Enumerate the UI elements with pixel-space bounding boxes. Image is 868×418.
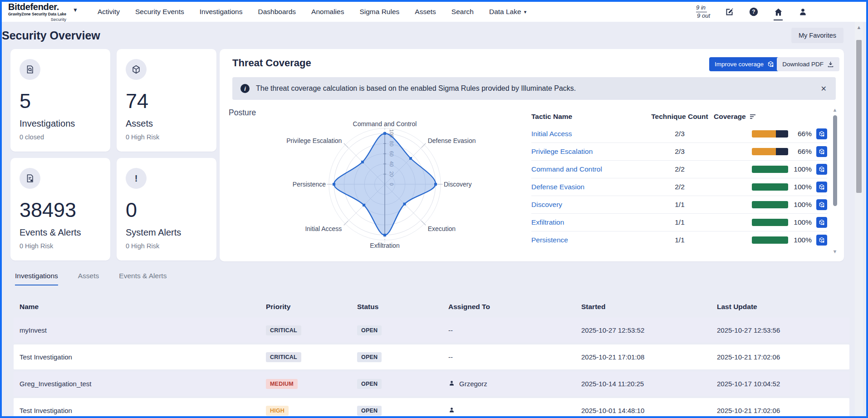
download-pdf-button[interactable]: Download PDF xyxy=(777,57,839,71)
nav-item-investigations[interactable]: Investigations xyxy=(192,8,250,16)
tactic-link[interactable]: Command and Control xyxy=(531,165,602,173)
brand-logo[interactable]: Bitdefender. GravityZone Security Data L… xyxy=(8,2,78,21)
nav-item-activity[interactable]: Activity xyxy=(90,8,128,16)
radar-axis-label: Privilege Escalation xyxy=(286,137,342,144)
brand-tagline: GravityZone Security Data Lake xyxy=(8,12,66,16)
coverage-bar xyxy=(752,236,788,244)
coverage-percent: 100% xyxy=(793,165,812,173)
tactic-row: Persistence1/1100% xyxy=(531,231,827,249)
coverage-percent: 100% xyxy=(793,183,812,191)
nav-item-security-events[interactable]: Security Events xyxy=(128,8,192,16)
tactic-link[interactable]: Privilege Escalation xyxy=(531,148,593,155)
session-in: 9 in xyxy=(696,4,707,12)
tactic-row: Command and Control2/2100% xyxy=(531,160,827,178)
technique-count: 2/3 xyxy=(646,130,714,138)
investigation-row[interactable]: Test InvestigationCRITICALOPEN--2025-10-… xyxy=(14,344,849,369)
coverage-bar xyxy=(752,201,788,208)
info-banner-text: The threat coverage calculation is based… xyxy=(256,84,576,93)
technique-count: 2/2 xyxy=(646,183,714,191)
edit-icon[interactable] xyxy=(724,6,735,17)
session-in-out[interactable]: 9 in 9 out xyxy=(696,4,710,20)
stat-sublabel: 0 High Risk xyxy=(126,242,207,250)
tactic-link[interactable]: Initial Access xyxy=(531,130,572,138)
improve-tactic-coverage-button[interactable] xyxy=(816,182,827,192)
tab-assets[interactable]: Assets xyxy=(78,272,99,285)
chevron-down-icon: ▾ xyxy=(524,9,527,15)
improve-tactic-coverage-button[interactable] xyxy=(816,164,827,175)
tactic-table-scrollbar[interactable]: ▲ ▼ xyxy=(832,107,838,254)
events-icon xyxy=(20,168,40,189)
nav-item-anomalies[interactable]: Anomalies xyxy=(304,8,352,16)
investigations-table-header: NamePriorityStatusAssigned ToStartedLast… xyxy=(14,298,849,316)
stat-sublabel: 0 High Risk xyxy=(20,242,101,250)
scrollbar-thumb[interactable] xyxy=(833,115,837,206)
coverage-percent: 100% xyxy=(793,201,812,209)
session-out: 9 out xyxy=(696,12,710,20)
tactic-row: Privilege Escalation2/366% xyxy=(531,143,827,160)
sort-icon xyxy=(750,114,756,119)
stat-sublabel: 0 closed xyxy=(20,133,101,141)
tactic-link[interactable]: Defense Evasion xyxy=(531,183,584,191)
col-assigned-to: Assigned To xyxy=(448,303,581,311)
tab-investigations[interactable]: Investigations xyxy=(15,272,58,285)
stat-card-assets[interactable]: 74Assets0 High Risk xyxy=(117,49,216,152)
nav-item-sigma-rules[interactable]: Sigma Rules xyxy=(352,8,407,16)
nav-item-dashboards[interactable]: Dashboards xyxy=(250,8,304,16)
technique-count: 2/2 xyxy=(646,165,714,173)
investigation-row[interactable]: Greg_Investigation_testMEDIUMOPENGrzegor… xyxy=(14,371,849,396)
investigation-row[interactable]: Test InvestigationHIGHOPEN2025-10-01 14:… xyxy=(14,398,849,418)
nav-item-label: Dashboards xyxy=(258,8,296,16)
status-badge: OPEN xyxy=(357,325,382,335)
nav-item-search[interactable]: Search xyxy=(444,8,481,16)
status-badge: OPEN xyxy=(357,352,382,362)
stat-value: 0 xyxy=(126,200,207,220)
coverage-bar xyxy=(752,219,788,226)
investigation-row[interactable]: myInvestCRITICALOPEN--2025-10-27 12:53:5… xyxy=(14,318,849,343)
tactic-link[interactable]: Exfiltration xyxy=(531,218,564,226)
system-alerts-icon: ! xyxy=(126,168,147,189)
improve-tactic-coverage-button[interactable] xyxy=(816,146,827,157)
improve-tactic-coverage-button[interactable] xyxy=(816,235,827,246)
stat-value: 5 xyxy=(20,91,101,111)
scrollbar-thumb[interactable] xyxy=(856,40,862,193)
investigation-name: myInvest xyxy=(20,326,266,334)
scroll-down-icon[interactable]: ▼ xyxy=(832,249,838,254)
stat-card-events-alerts[interactable]: 38493Events & Alerts0 High Risk xyxy=(10,158,110,261)
investigation-name: Test Investigation xyxy=(20,353,266,361)
assigned-to: -- xyxy=(448,326,453,334)
stat-value: 38493 xyxy=(20,200,101,220)
last-update-date: 2025-10-17 10:04:52 xyxy=(717,380,849,388)
improve-tactic-coverage-button[interactable] xyxy=(816,128,827,139)
coverage-bar xyxy=(752,148,788,155)
brand-product: Security xyxy=(51,17,66,22)
browser-scrollbar[interactable]: ▲ xyxy=(855,22,863,416)
tactic-link[interactable]: Discovery xyxy=(531,201,562,208)
coverage-percent: 100% xyxy=(793,236,812,244)
chevron-down-icon[interactable]: ▼ xyxy=(73,7,78,13)
stat-card-system-alerts[interactable]: !0System Alerts0 High Risk xyxy=(117,158,216,261)
scroll-up-icon[interactable]: ▲ xyxy=(855,25,863,30)
started-date: 2025-10-27 12:53:52 xyxy=(581,326,717,334)
tab-events-alerts[interactable]: Events & Alerts xyxy=(119,272,167,285)
stat-sublabel: 0 High Risk xyxy=(126,133,207,141)
user-icon[interactable] xyxy=(797,6,808,17)
tactic-row: Initial Access2/366% xyxy=(531,125,827,143)
home-icon[interactable] xyxy=(773,6,784,17)
nav-item-data-lake[interactable]: Data Lake▾ xyxy=(481,8,534,16)
improve-coverage-button[interactable]: Improve coverage xyxy=(709,57,780,71)
close-icon[interactable]: ✕ xyxy=(821,84,827,93)
stat-card-investigations[interactable]: 5Investigations0 closed xyxy=(10,49,110,152)
priority-badge: MEDIUM xyxy=(266,379,298,389)
scroll-up-icon[interactable]: ▲ xyxy=(832,107,838,113)
col-coverage[interactable]: Coverage xyxy=(714,113,827,121)
tactic-link[interactable]: Persistence xyxy=(531,236,568,244)
nav-item-assets[interactable]: Assets xyxy=(407,8,444,16)
improve-tactic-coverage-button[interactable] xyxy=(816,217,827,228)
radar-axis-label: Execution xyxy=(428,225,456,232)
improve-tactic-coverage-button[interactable] xyxy=(816,199,827,210)
investigations-table: NamePriorityStatusAssigned ToStartedLast… xyxy=(14,298,849,418)
investigation-name: Test Investigation xyxy=(20,407,266,414)
help-icon[interactable]: ? xyxy=(748,6,759,17)
my-favorites-button[interactable]: My Favorites xyxy=(791,28,843,43)
coverage-bar xyxy=(752,166,788,173)
